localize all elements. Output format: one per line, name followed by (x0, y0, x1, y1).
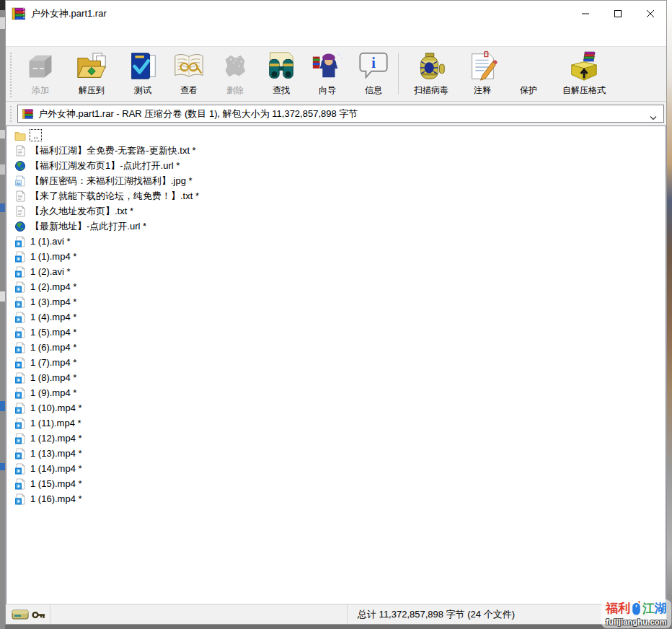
toolbar-button-label: 解压到 (79, 84, 105, 97)
desktop-sliver-right (667, 0, 672, 629)
file-row[interactable]: 1 (5).mp4 * (6, 325, 666, 340)
toolbar-button[interactable]: i 信息 (350, 50, 397, 97)
file-row[interactable]: 【福利江湖】全免费-无套路-更新快.txt * (6, 143, 666, 158)
file-name: 1 (1).avi * (30, 236, 71, 247)
file-row[interactable]: 1 (9).mp4 * (6, 385, 666, 400)
addressbar-grip[interactable] (10, 106, 14, 122)
toolbar-button[interactable]: 扫描病毒 (403, 50, 459, 97)
toolbar-button[interactable]: 注释 (459, 50, 505, 97)
drive-icon[interactable] (12, 609, 29, 620)
toolbar-button-label: 信息 (365, 84, 382, 97)
file-row[interactable]: 1 (2).mp4 * (6, 279, 666, 294)
file-name: 1 (8).mp4 * (30, 372, 76, 383)
desktop-fragment (0, 203, 5, 212)
desktop-fragment (0, 164, 5, 175)
file-row[interactable]: 1 (1).avi * (6, 234, 666, 249)
toolbar-button[interactable]: 删除 (212, 50, 258, 97)
minimize-button[interactable] (569, 1, 601, 27)
file-row[interactable]: 1 (12).mp4 * (6, 431, 666, 446)
media-file-icon (14, 418, 26, 429)
view-icon (172, 50, 205, 83)
file-row[interactable]: 1 (2).avi * (6, 264, 666, 279)
desktop-fragment (0, 0, 5, 10)
menu-item[interactable] (81, 34, 95, 40)
media-file-icon (14, 342, 26, 353)
file-row[interactable]: 1 (10).mp4 * (6, 400, 666, 415)
archive-path-combobox[interactable]: 户外女神.part1.rar - RAR 压缩分卷 (数目 1), 解包大小为 … (17, 105, 664, 123)
menu-item[interactable] (23, 34, 37, 40)
comment-icon (466, 50, 499, 83)
file-row[interactable]: 【来了就能下载的论坛，纯免费！】.txt * (6, 188, 666, 203)
key-icon[interactable] (32, 610, 46, 619)
file-row[interactable]: 1 (7).mp4 * (6, 355, 666, 370)
media-file-icon (14, 357, 26, 369)
file-name: .. (30, 130, 41, 141)
toolbar-grip[interactable] (10, 53, 14, 97)
file-list: .. 【福利江湖】全免费-无套路-更新快.txt * 【福利江湖发布页1】-点此… (6, 126, 666, 604)
toolbar-button[interactable]: 查看 (166, 50, 212, 97)
chevron-down-icon[interactable] (649, 111, 658, 117)
archive-info-text: 户外女神.part1.rar - RAR 压缩分卷 (数目 1), 解包大小为 … (38, 107, 649, 120)
text-file-icon (14, 206, 26, 217)
desktop-fragment (0, 130, 5, 138)
file-row[interactable]: 【最新地址】-点此打开.url * (6, 219, 666, 234)
delete-icon (218, 50, 252, 83)
file-name: 1 (11).mp4 * (30, 418, 81, 428)
maximize-button[interactable] (601, 1, 634, 27)
file-row[interactable]: 1 (14).mp4 * (6, 461, 666, 476)
image-file-icon (14, 175, 26, 187)
toolbar-button[interactable]: 保护 (505, 50, 552, 97)
toolbar-button[interactable]: 查找 (258, 50, 304, 97)
toolbar-button[interactable]: 添加 (17, 50, 63, 97)
desktop-fragment (0, 401, 5, 411)
toolbar-button[interactable]: 自解压格式 (552, 50, 616, 97)
file-row[interactable]: 1 (4).mp4 * (6, 309, 666, 325)
file-name: 1 (3).mp4 * (30, 296, 76, 307)
toolbar-button-label: 查看 (180, 84, 198, 97)
file-row[interactable]: 【永久地址发布页】.txt * (6, 203, 666, 219)
file-row[interactable]: 1 (11).mp4 * (6, 415, 666, 431)
file-row[interactable]: 1 (15).mp4 * (6, 476, 666, 491)
winrar-file-icon (22, 108, 34, 120)
winrar-window: 户外女神.part1.rar 添加 解压到 测试 查看 (5, 0, 667, 625)
sfx-icon (567, 50, 601, 83)
test-icon (126, 50, 159, 83)
file-name: 1 (2).avi * (30, 266, 71, 277)
file-row[interactable]: 1 (3).mp4 * (6, 294, 666, 309)
file-row[interactable]: 1 (1).mp4 * (6, 249, 666, 264)
file-row[interactable]: 1 (16).mp4 * (6, 491, 666, 506)
file-name: 1 (5).mp4 * (30, 327, 76, 338)
file-name: 【永久地址发布页】.txt * (30, 205, 133, 218)
menu-item[interactable] (9, 34, 23, 40)
watermark-domain: fulijianghu.com (606, 617, 666, 627)
file-row[interactable]: 【解压密码：来福利江湖找福利】.jpg * (6, 173, 666, 188)
menu-item[interactable] (37, 34, 52, 40)
media-file-icon (14, 251, 26, 263)
toolbar-button[interactable]: 测试 (120, 50, 166, 97)
file-row[interactable]: .. (6, 128, 666, 143)
file-row[interactable]: 1 (6).mp4 * (6, 340, 666, 355)
menu-item[interactable] (52, 34, 66, 40)
file-row[interactable]: 1 (8).mp4 * (6, 370, 666, 385)
file-row[interactable]: 1 (13).mp4 * (6, 446, 666, 461)
desktop-sliver-left (0, 0, 5, 629)
toolbar-button-label: 查找 (273, 84, 290, 97)
toolbar-button-label: 删除 (226, 84, 244, 97)
watermark-logo: 福利 江湖 fulijianghu.com (601, 599, 671, 628)
toolbar-button[interactable]: 向导 (304, 50, 350, 97)
toolbar-separator (398, 53, 399, 94)
file-row[interactable]: 【福利江湖发布页1】-点此打开.url * (6, 158, 666, 173)
media-file-icon (14, 433, 26, 444)
file-name: 1 (7).mp4 * (30, 357, 76, 368)
file-name: 1 (12).mp4 * (30, 433, 82, 444)
text-file-icon (14, 190, 26, 202)
toolbar-button-label: 保护 (520, 84, 537, 97)
menubar (6, 27, 666, 46)
toolbar-button-label: 扫描病毒 (414, 84, 448, 97)
protect-icon (512, 50, 545, 83)
close-button[interactable] (634, 1, 666, 27)
menu-item[interactable] (66, 34, 81, 40)
winrar-app-icon (12, 6, 26, 21)
toolbar-button[interactable]: 解压到 (63, 50, 120, 97)
toolbar-button-label: 向导 (319, 84, 336, 97)
